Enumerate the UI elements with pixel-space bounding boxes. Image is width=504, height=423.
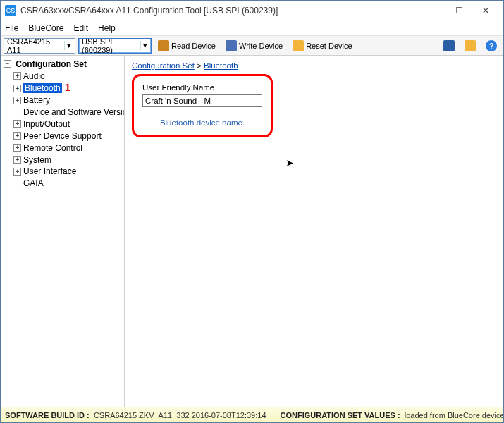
menu-edit[interactable]: Edit — [73, 23, 88, 33]
reset-device-button[interactable]: Reset Device — [289, 39, 355, 53]
connection-combo[interactable]: USB SPI (600239) ▾ — [78, 38, 152, 54]
title-bar: CS CSRA63xxx/CSRA64xxx A11 Configuration… — [1, 1, 503, 20]
status-build: SOFTWARE BUILD ID : CSRA64215 ZKV_A11_33… — [5, 411, 266, 419]
tree-expand-icon[interactable]: + — [13, 168, 21, 176]
mouse-cursor-icon: ➤ — [285, 157, 294, 168]
tree-item-system[interactable]: System — [23, 154, 51, 164]
connection-value: USB SPI (600239) — [82, 37, 138, 54]
breadcrumb-current[interactable]: Bluetooth — [204, 61, 238, 70]
status-bar: SOFTWARE BUILD ID : CSRA64215 ZKV_A11_33… — [1, 407, 503, 422]
chevron-down-icon: ▾ — [64, 41, 73, 50]
menu-help[interactable]: Help — [98, 23, 116, 33]
write-device-button[interactable]: Write Device — [222, 39, 286, 53]
maximize-button[interactable]: ☐ — [445, 2, 472, 19]
tree-expand-icon[interactable]: + — [13, 144, 21, 152]
menu-bluecore[interactable]: BlueCore — [28, 23, 63, 33]
tree-expand-icon[interactable]: + — [13, 132, 21, 140]
status-config: CONFIGURATION SET VALUES : loaded from B… — [281, 411, 504, 419]
tree-item-bluetooth[interactable]: Bluetooth — [23, 83, 62, 93]
folder-open-icon — [465, 40, 476, 51]
tree-item-audio[interactable]: Audio — [23, 71, 45, 81]
status-config-value: loaded from BlueCore device — [405, 411, 504, 419]
minimize-button[interactable]: — — [419, 2, 445, 19]
toolbar: CSRA64215 A11 ▾ USB SPI (600239) ▾ Read … — [1, 36, 503, 56]
friendly-name-label: User Friendly Name — [142, 83, 262, 92]
status-build-value: CSRA64215 ZKV_A11_332 2016-07-08T12:39:1… — [94, 411, 266, 419]
tree-leaf-icon — [13, 109, 21, 116]
tree-expand-icon[interactable]: + — [13, 156, 21, 164]
bluetooth-panel: User Friendly Name Bluetooth device name… — [132, 74, 273, 137]
tree-leaf-icon — [13, 180, 21, 188]
write-icon — [226, 40, 237, 51]
tree-expand-icon[interactable]: + — [13, 72, 21, 80]
breadcrumb-sep: > — [195, 61, 204, 70]
sidebar-tree: − Configuration Set +Audio +Bluetooth1 +… — [1, 56, 125, 407]
tree-item-remote[interactable]: Remote Control — [23, 143, 82, 153]
tree-expand-icon[interactable]: + — [13, 85, 21, 92]
status-build-label: SOFTWARE BUILD ID : — [5, 411, 90, 419]
help-icon: ? — [486, 40, 497, 51]
menu-bar: File BlueCore Edit Help — [1, 20, 503, 36]
tree-expand-icon[interactable]: + — [13, 120, 21, 128]
tree-item-device-version[interactable]: Device and Software Version — [23, 107, 125, 117]
tree-root[interactable]: Configuration Set — [16, 59, 87, 69]
folder-icon — [293, 40, 304, 51]
tree-item-peer[interactable]: Peer Device Support — [23, 131, 102, 141]
open-button[interactable] — [461, 39, 479, 53]
breadcrumb: Configuration Set > Bluetooth — [132, 61, 496, 70]
binoculars-icon — [158, 40, 169, 51]
read-device-label: Read Device — [171, 42, 216, 50]
tree-collapse-icon[interactable]: − — [4, 60, 11, 68]
main-area: − Configuration Set +Audio +Bluetooth1 +… — [1, 56, 503, 407]
friendly-name-input[interactable] — [142, 94, 262, 107]
tree-expand-icon[interactable]: + — [13, 97, 21, 104]
tree-item-io[interactable]: Input/Output — [23, 119, 70, 129]
save-button[interactable] — [440, 39, 458, 53]
annotation-1: 1 — [65, 81, 70, 93]
device-type-value: CSRA64215 A11 — [7, 37, 62, 54]
tree-item-battery[interactable]: Battery — [23, 95, 50, 105]
close-button[interactable]: ✕ — [472, 2, 499, 19]
friendly-name-desc: Bluetooth device name. — [142, 118, 262, 127]
status-config-label: CONFIGURATION SET VALUES : — [281, 411, 400, 419]
breadcrumb-root[interactable]: Configuration Set — [132, 61, 195, 70]
chevron-down-icon: ▾ — [140, 41, 149, 50]
tree-item-ui[interactable]: User Interface — [23, 166, 76, 176]
help-button[interactable]: ? — [482, 39, 500, 53]
save-icon — [443, 40, 455, 51]
device-type-combo[interactable]: CSRA64215 A11 ▾ — [4, 38, 75, 54]
content-pane: Configuration Set > Bluetooth User Frien… — [125, 56, 503, 407]
read-device-button[interactable]: Read Device — [154, 39, 219, 53]
write-device-label: Write Device — [239, 42, 283, 50]
app-icon: CS — [5, 5, 16, 16]
tree-item-gaia[interactable]: GAIA — [23, 178, 44, 188]
window-title: CSRA63xxx/CSRA64xxx A11 Configuration To… — [20, 6, 419, 16]
reset-device-label: Reset Device — [306, 42, 352, 50]
menu-file[interactable]: File — [5, 23, 18, 33]
